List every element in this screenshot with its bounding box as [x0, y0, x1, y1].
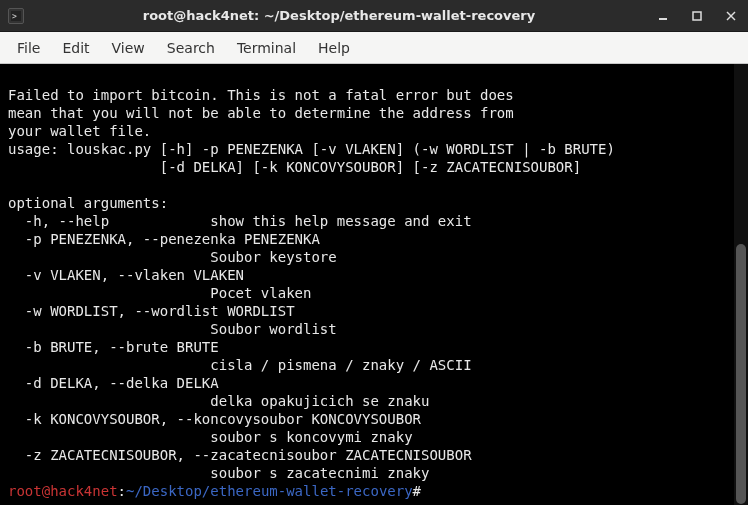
menu-search[interactable]: Search — [156, 35, 226, 61]
terminal-line: [-d DELKA] [-k KONCOVYSOUBOR] [-z ZACATE… — [8, 159, 581, 175]
scrollbar[interactable] — [734, 64, 748, 505]
terminal-line: -d DELKA, --delka DELKA — [8, 375, 219, 391]
maximize-icon — [692, 11, 702, 21]
terminal-line: -p PENEZENKA, --penezenka PENEZENKA — [8, 231, 320, 247]
terminal-line: Soubor wordlist — [8, 321, 337, 337]
minimize-button[interactable] — [646, 0, 680, 32]
menu-edit[interactable]: Edit — [51, 35, 100, 61]
terminal-line: -v VLAKEN, --vlaken VLAKEN — [8, 267, 244, 283]
prompt-sigil: # — [413, 483, 421, 499]
terminal-line: Failed to import bitcoin. This is not a … — [8, 87, 514, 103]
window-controls — [646, 0, 748, 32]
terminal-line: -h, --help show this help message and ex… — [8, 213, 472, 229]
terminal-line: Soubor keystore — [8, 249, 337, 265]
window-title: root@hack4net: ~/Desktop/ethereum-wallet… — [32, 8, 646, 23]
prompt-user: root@hack4net — [8, 483, 118, 499]
terminal-line: optional arguments: — [8, 195, 168, 211]
terminal-output[interactable]: Failed to import bitcoin. This is not a … — [0, 64, 734, 505]
terminal-line: soubor s koncovymi znaky — [8, 429, 413, 445]
terminal-line: -b BRUTE, --brute BRUTE — [8, 339, 219, 355]
prompt-path: ~/Desktop/ethereum-wallet-recovery — [126, 483, 413, 499]
svg-rect-2 — [659, 18, 667, 20]
menu-help[interactable]: Help — [307, 35, 361, 61]
menu-file[interactable]: File — [6, 35, 51, 61]
menubar: File Edit View Search Terminal Help — [0, 32, 748, 64]
close-icon — [726, 11, 736, 21]
svg-text:>: > — [12, 12, 17, 21]
terminal-line: soubor s zacatecnimi znaky — [8, 465, 429, 481]
terminal-line: usage: louskac.py [-h] -p PENEZENKA [-v … — [8, 141, 615, 157]
terminal-line: Pocet vlaken — [8, 285, 311, 301]
prompt-colon: : — [118, 483, 126, 499]
terminal-area-wrap: Failed to import bitcoin. This is not a … — [0, 64, 748, 505]
terminal-line: mean that you will not be able to determ… — [8, 105, 514, 121]
menu-terminal[interactable]: Terminal — [226, 35, 307, 61]
menu-view[interactable]: View — [101, 35, 156, 61]
app-icon: > — [8, 8, 24, 24]
terminal-line: cisla / pismena / znaky / ASCII — [8, 357, 472, 373]
terminal-line: -w WORDLIST, --wordlist WORDLIST — [8, 303, 295, 319]
close-button[interactable] — [714, 0, 748, 32]
minimize-icon — [658, 11, 668, 21]
terminal-line: -z ZACATECNISOUBOR, --zacatecnisoubor ZA… — [8, 447, 472, 463]
maximize-button[interactable] — [680, 0, 714, 32]
titlebar: > root@hack4net: ~/Desktop/ethereum-wall… — [0, 0, 748, 32]
terminal-line: delka opakujicich se znaku — [8, 393, 429, 409]
svg-rect-3 — [693, 12, 701, 20]
scrollbar-thumb[interactable] — [736, 244, 746, 504]
terminal-line: your wallet file. — [8, 123, 151, 139]
terminal-line: -k KONCOVYSOUBOR, --koncovysoubor KONCOV… — [8, 411, 421, 427]
terminal-window: > root@hack4net: ~/Desktop/ethereum-wall… — [0, 0, 748, 505]
